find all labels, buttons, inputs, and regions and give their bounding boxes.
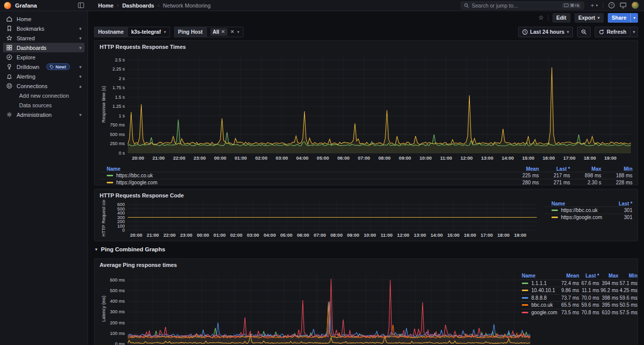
sidebar-item-label: Add new connection [19, 93, 69, 99]
series-name[interactable]: google.com [531, 310, 557, 315]
legend-row[interactable]: google.com73.5 ms70.8 ms610 ms57.5 ms [521, 309, 632, 316]
svg-text:02:00: 02:00 [255, 155, 267, 161]
row-ping-combined-graphs[interactable]: ▾ Ping Combined Graphs [94, 243, 638, 256]
http-times-chart[interactable]: 0 s250 ms500 ms750 ms1 s1.25 s1.5 s1.75 … [100, 51, 632, 165]
svg-text:20:00: 20:00 [130, 232, 142, 238]
export-button[interactable]: Export▾ [575, 13, 604, 23]
legend-column-header[interactable]: Min [601, 166, 632, 172]
series-color-swatch [522, 304, 528, 306]
sidebar-item-starred[interactable]: Starred▾ [3, 33, 85, 43]
sidebar-item-home[interactable]: Home [3, 14, 85, 24]
pinghost-filter-value[interactable]: All✕ ✕ ▾ [206, 27, 244, 37]
time-range-picker[interactable]: Last 24 hours▾ [518, 27, 573, 37]
legend-stat-value: 72.4 ms [559, 281, 579, 286]
svg-text:100 ms: 100 ms [110, 331, 125, 336]
keyboard-icon [564, 4, 569, 7]
svg-text:02:00: 02:00 [230, 232, 243, 238]
sidebar-item-data-sources[interactable]: Data sources [3, 100, 85, 110]
legend-column-header[interactable]: Last * [539, 166, 570, 172]
legend-column-header[interactable]: Max [599, 273, 618, 279]
series-name[interactable]: https://google.com [116, 180, 157, 185]
legend-row[interactable]: https://bbc.co.uk301 [544, 206, 632, 214]
svg-text:19:00: 19:00 [604, 155, 616, 161]
svg-text:08:00: 08:00 [331, 232, 343, 238]
svg-text:20:00: 20:00 [132, 155, 144, 161]
legend-row[interactable]: 1.1.1.172.4 ms67.6 ms394 ms57.1 ms [521, 280, 632, 287]
remove-tag-icon[interactable]: ✕ [221, 29, 225, 34]
sidebar-item-dashboards[interactable]: Dashboards▾ [3, 43, 85, 52]
svg-text:23:00: 23:00 [180, 232, 192, 238]
search-placeholder: Search or jump to... [471, 3, 518, 9]
series-name[interactable]: https://bbc.co.uk [116, 173, 153, 178]
legend-column-header[interactable]: Name [544, 201, 608, 206]
svg-text:500 ms: 500 ms [110, 132, 125, 137]
panel-title[interactable]: HTTP Requests Response Code [100, 191, 632, 200]
kiosk-monitor-icon[interactable] [620, 3, 626, 9]
legend-row[interactable]: bbc.co.uk65.5 ms59.6 ms395 ms50.5 ms [521, 301, 632, 309]
search-shortcut-badge: ⌘+k [562, 3, 582, 8]
breadcrumb-home[interactable]: Home [98, 3, 114, 9]
sidebar-item-administration[interactable]: Administration▾ [3, 110, 85, 119]
sidebar-toggle-icon[interactable] [78, 3, 84, 8]
favorite-star-icon[interactable]: ☆ [538, 14, 544, 21]
svg-text:18:00: 18:00 [584, 155, 596, 161]
share-split-button: Share ▾ [608, 13, 638, 23]
legend-stat-value: 70.8 ms [579, 310, 599, 315]
panel-average-ping[interactable]: Average Ping response times 0 ms100 ms20… [94, 258, 638, 345]
breadcrumb-dashboards[interactable]: Dashboards [122, 3, 154, 9]
svg-text:Response time (s): Response time (s) [101, 86, 106, 122]
svg-text:06:00: 06:00 [297, 232, 309, 238]
legend-column-header[interactable]: Max [570, 166, 601, 172]
sidebar-item-drilldown[interactable]: DrilldownNew!▾ [3, 62, 85, 72]
legend-column-header[interactable]: Name [100, 166, 508, 172]
legend-row[interactable]: https://google.com280 ms271 ms2.30 s228 … [100, 179, 632, 186]
legend-column-header[interactable]: Last * [608, 201, 632, 206]
share-button[interactable]: Share [608, 13, 630, 23]
dashboard-actions: ☆ Edit Export▾ Share ▾ [88, 11, 644, 24]
hostname-filter-value[interactable]: k3s-telegraf ▾ [127, 27, 170, 37]
series-name[interactable]: bbc.co.uk [531, 302, 553, 308]
series-line-https---google.com [128, 67, 631, 145]
sidebar-item-explore[interactable]: Explore [3, 52, 85, 62]
brand-title: Grafana [15, 3, 74, 9]
add-menu-button[interactable]: ＋▾ [589, 2, 598, 9]
user-avatar[interactable] [631, 2, 639, 9]
edit-button[interactable]: Edit [552, 13, 571, 23]
sidebar-item-alerting[interactable]: Alerting▾ [3, 72, 85, 81]
chart-svg: 0 ms100 ms200 ms300 ms400 ms500 ms600 ms… [100, 269, 533, 345]
zoom-out-button[interactable] [577, 27, 591, 37]
series-name[interactable]: 10.40.10.1 [531, 288, 555, 293]
legend-row[interactable]: https://bbc.co.uk225 ms217 ms898 ms188 m… [100, 172, 632, 179]
panel-http-response-code[interactable]: HTTP Requests Response Code 010020030040… [94, 189, 638, 241]
sidebar-item-connections[interactable]: Connections▴ [3, 81, 85, 91]
legend-name-cell: 1.1.1.1 [521, 281, 559, 286]
help-icon[interactable]: ? [608, 2, 615, 9]
share-menu-arrow[interactable]: ▾ [630, 13, 638, 23]
refresh-interval-arrow[interactable]: ▾ [630, 27, 638, 37]
panel-title[interactable]: HTTP Requests Response Times [100, 43, 632, 51]
pinghost-tag-all[interactable]: All✕ [210, 28, 227, 36]
svg-text:18:00: 18:00 [497, 232, 509, 238]
series-name[interactable]: https://bbc.co.uk [561, 208, 598, 213]
search-input[interactable]: Search or jump to... ⌘+k [461, 2, 584, 10]
clear-filter-icon[interactable]: ✕ [230, 29, 234, 34]
legend-column-header[interactable]: Mean [559, 273, 579, 279]
series-name[interactable]: https://google.com [561, 215, 602, 220]
panel-title[interactable]: Average Ping response times [100, 261, 632, 269]
series-name[interactable]: 1.1.1.1 [531, 281, 547, 286]
refresh-button[interactable]: Refresh [595, 27, 630, 37]
sidebar-item-bookmarks[interactable]: Bookmarks▾ [3, 24, 85, 33]
sidebar-item-add-new-connection[interactable]: Add new connection [3, 91, 85, 100]
legend-column-header[interactable]: Name [521, 273, 559, 279]
drilldown-icon [6, 63, 13, 70]
legend-column-header[interactable]: Last * [579, 273, 599, 279]
series-name[interactable]: 8.8.8.8 [531, 295, 547, 301]
svg-text:07:00: 07:00 [358, 155, 370, 161]
legend-stat-value: 301 [608, 208, 632, 213]
panel-http-response-times[interactable]: HTTP Requests Response Times 0 s250 ms50… [94, 40, 638, 185]
legend-row[interactable]: 10.40.10.19.86 ms11.1 ms96.2 ms4.25 ms [521, 287, 632, 294]
legend-row[interactable]: 8.8.8.873.7 ms70.0 ms398 ms59.6 ms [521, 294, 632, 302]
legend-column-header[interactable]: Min [618, 273, 637, 279]
legend-row[interactable]: https://google.com301 [544, 214, 632, 221]
legend-column-header[interactable]: Mean [508, 166, 539, 172]
